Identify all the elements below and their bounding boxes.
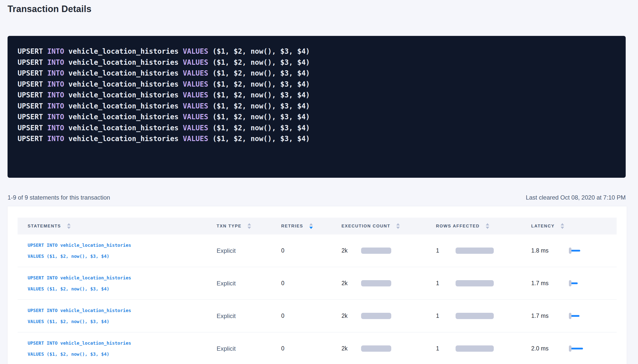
rows-affected-bar	[456, 345, 494, 352]
execution-count-bar	[361, 280, 391, 286]
latency-chart	[569, 280, 586, 286]
latency-marker-pill	[569, 280, 571, 286]
column-label: LATENCY	[531, 224, 555, 229]
sql-line: UPSERT INTO vehicle_location_histories V…	[18, 90, 616, 101]
column-header-rows-affected[interactable]: ROWS AFFECTED	[436, 223, 531, 229]
summary-row: 1-9 of 9 statements for this transaction…	[8, 193, 626, 202]
table-header-row: STATEMENTS TXN TYPE RETRIES EXECUTION CO…	[18, 218, 617, 234]
latency-chart	[569, 313, 586, 319]
retries-cell: 0	[281, 345, 341, 352]
latency-chart	[569, 248, 586, 254]
latency-cell: 1.8 ms	[531, 247, 617, 254]
statement-cell: UPSERT INTO vehicle_location_historiesVA…	[18, 338, 217, 360]
statements-count-text: 1-9 of 9 statements for this transaction	[8, 193, 110, 202]
txn-type-cell: Explicit	[217, 313, 281, 320]
sql-statements-code-block: UPSERT INTO vehicle_location_histories V…	[8, 36, 626, 178]
sort-arrows-icon[interactable]	[309, 223, 313, 229]
rows-affected-cell: 1	[436, 345, 531, 352]
sql-line: UPSERT INTO vehicle_location_histories V…	[18, 68, 616, 79]
txn-type-cell: Explicit	[217, 280, 281, 287]
rows-affected-bar	[456, 313, 494, 319]
rows-affected-bar	[456, 280, 494, 286]
latency-chart	[569, 345, 586, 352]
statement-link[interactable]: UPSERT INTO vehicle_location_historiesVA…	[28, 305, 217, 327]
column-header-statements[interactable]: STATEMENTS	[18, 223, 217, 229]
sql-line: UPSERT INTO vehicle_location_histories V…	[18, 111, 616, 123]
column-header-txn-type[interactable]: TXN TYPE	[217, 223, 281, 229]
column-header-retries[interactable]: RETRIES	[281, 223, 341, 229]
rows-affected-bar	[456, 248, 494, 254]
execution-count-bar	[361, 248, 391, 254]
column-label: TXN TYPE	[217, 224, 241, 229]
execution-count-cell: 2k	[341, 247, 436, 254]
table-row: UPSERT INTO vehicle_location_historiesVA…	[18, 234, 617, 267]
column-label: ROWS AFFECTED	[436, 224, 480, 229]
sort-arrows-icon[interactable]	[248, 223, 251, 229]
txn-type-cell: Explicit	[217, 345, 281, 352]
execution-count-cell: 2k	[341, 280, 436, 287]
rows-affected-cell: 1	[436, 313, 531, 319]
column-header-execution-count[interactable]: EXECUTION COUNT	[341, 223, 436, 229]
sort-arrows-icon[interactable]	[486, 223, 489, 229]
sql-line: UPSERT INTO vehicle_location_histories V…	[18, 101, 616, 112]
sql-line: UPSERT INTO vehicle_location_histories V…	[18, 123, 616, 134]
sql-line: UPSERT INTO vehicle_location_histories V…	[18, 79, 616, 90]
sql-line: UPSERT INTO vehicle_location_histories V…	[18, 46, 616, 57]
retries-cell: 0	[281, 247, 341, 254]
statement-link[interactable]: UPSERT INTO vehicle_location_historiesVA…	[28, 272, 217, 294]
sql-line: UPSERT INTO vehicle_location_histories V…	[18, 57, 616, 68]
latency-cell: 2.0 ms	[531, 345, 617, 352]
statement-link[interactable]: UPSERT INTO vehicle_location_historiesVA…	[28, 338, 217, 360]
execution-count-bar	[361, 345, 391, 352]
column-label: EXECUTION COUNT	[341, 224, 390, 229]
latency-marker-pill	[569, 248, 571, 254]
statements-table-card: STATEMENTS TXN TYPE RETRIES EXECUTION CO…	[8, 206, 627, 364]
column-header-latency[interactable]: LATENCY	[531, 223, 617, 229]
page-title: Transaction Details	[8, 4, 626, 15]
statement-cell: UPSERT INTO vehicle_location_historiesVA…	[18, 305, 217, 327]
last-cleared-text: Last cleared Oct 08, 2020 at 7:10 PM	[526, 193, 626, 202]
column-label: STATEMENTS	[28, 224, 61, 229]
execution-count-bar	[361, 313, 391, 319]
sort-arrows-icon[interactable]	[396, 223, 400, 229]
rows-affected-cell: 1	[436, 247, 531, 254]
latency-cell: 1.7 ms	[531, 280, 617, 287]
table-body: UPSERT INTO vehicle_location_historiesVA…	[18, 234, 617, 364]
statement-cell: UPSERT INTO vehicle_location_historiesVA…	[18, 272, 217, 294]
latency-marker-pill	[569, 345, 571, 352]
table-row: UPSERT INTO vehicle_location_historiesVA…	[18, 267, 617, 300]
statement-link[interactable]: UPSERT INTO vehicle_location_historiesVA…	[28, 240, 217, 262]
latency-marker-pill	[569, 313, 571, 319]
txn-type-cell: Explicit	[217, 247, 281, 254]
rows-affected-cell: 1	[436, 280, 531, 287]
latency-cell: 1.7 ms	[531, 313, 617, 319]
retries-cell: 0	[281, 313, 341, 319]
table-row: UPSERT INTO vehicle_location_historiesVA…	[18, 300, 617, 332]
transaction-details-page: Transaction Details UPSERT INTO vehicle_…	[8, 4, 626, 364]
table-row: UPSERT INTO vehicle_location_historiesVA…	[18, 332, 617, 364]
statement-cell: UPSERT INTO vehicle_location_historiesVA…	[18, 240, 217, 262]
execution-count-cell: 2k	[341, 313, 436, 319]
sort-arrows-icon[interactable]	[561, 223, 564, 229]
execution-count-cell: 2k	[341, 345, 436, 352]
column-label: RETRIES	[281, 224, 303, 229]
sql-line: UPSERT INTO vehicle_location_histories V…	[18, 133, 616, 144]
retries-cell: 0	[281, 280, 341, 287]
sort-arrows-icon[interactable]	[67, 223, 71, 229]
